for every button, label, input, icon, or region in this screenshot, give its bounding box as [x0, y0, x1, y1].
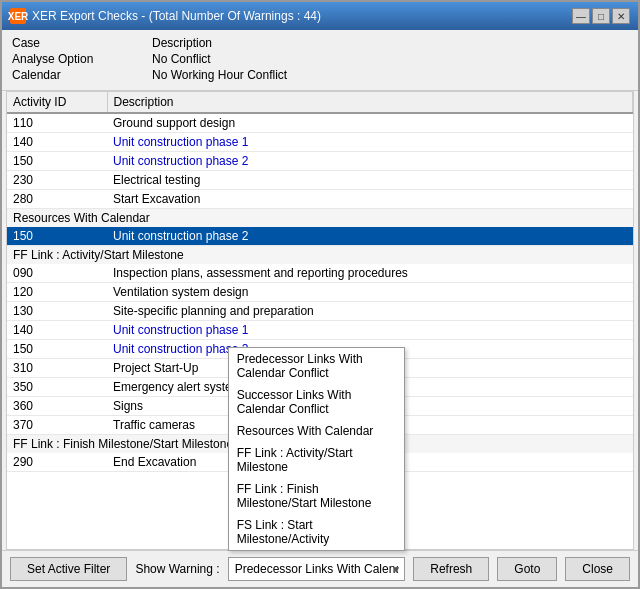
col-activity-id: Activity ID — [7, 92, 107, 113]
dropdown-option[interactable]: FF Link : Finish Milestone/Start Milesto… — [229, 478, 405, 514]
table-row[interactable]: 110Ground support design — [7, 113, 633, 133]
activity-id-cell: 230 — [7, 171, 107, 190]
activity-id-cell: 110 — [7, 113, 107, 133]
dropdown-option[interactable]: FF Link : Activity/Start Milestone — [229, 442, 405, 478]
activity-id-cell: 150 — [7, 340, 107, 359]
activity-id-cell: 290 — [7, 453, 107, 472]
table-row[interactable]: 140Unit construction phase 1 — [7, 321, 633, 340]
table-row[interactable]: FF Link : Activity/Start Milestone — [7, 246, 633, 265]
analyse-option-value: No Conflict — [152, 52, 211, 66]
activity-id-cell: 280 — [7, 190, 107, 209]
ff-link-header-cell: FF Link : Activity/Start Milestone — [7, 246, 633, 265]
table-row[interactable]: 090Inspection plans, assessment and repo… — [7, 264, 633, 283]
description-cell: Electrical testing — [107, 171, 633, 190]
table-row[interactable]: 120Ventilation system design — [7, 283, 633, 302]
activity-id-cell: 140 — [7, 321, 107, 340]
show-warning-label: Show Warning : — [135, 562, 219, 576]
description-cell: Unit construction phase 1 — [107, 133, 633, 152]
activity-id-cell: 130 — [7, 302, 107, 321]
activity-id-cell: 150 — [7, 152, 107, 171]
window-title: XER Export Checks - (Total Number Of War… — [32, 9, 321, 23]
meta-row-analyse: Analyse Option No Conflict — [12, 52, 628, 66]
meta-row-case: Case Description — [12, 36, 628, 50]
table-header-row: Activity ID Description — [7, 92, 633, 113]
case-label: Case — [12, 36, 132, 50]
table-row[interactable]: 140Unit construction phase 1 — [7, 133, 633, 152]
col-description: Description — [107, 92, 633, 113]
calendar-value: No Working Hour Conflict — [152, 68, 287, 82]
meta-row-calendar: Calendar No Working Hour Conflict — [12, 68, 628, 82]
table-row[interactable]: 280Start Excavation — [7, 190, 633, 209]
description-cell: Ventilation system design — [107, 283, 633, 302]
description-cell: Unit construction phase 2 — [107, 152, 633, 171]
activity-id-cell: 150 — [7, 227, 107, 246]
description-cell: Ground support design — [107, 113, 633, 133]
goto-button[interactable]: Goto — [497, 557, 557, 581]
main-window: XER XER Export Checks - (Total Number Of… — [0, 0, 640, 589]
table-row[interactable]: 150Unit construction phase 2 — [7, 152, 633, 171]
activity-id-cell: 360 — [7, 397, 107, 416]
dropdown-option[interactable]: Successor Links With Calendar Conflict — [229, 384, 405, 420]
window-close-button[interactable]: ✕ — [612, 8, 630, 24]
meta-section: Case Description Analyse Option No Confl… — [2, 30, 638, 91]
dropdown-option[interactable]: FS Link : Start Milestone/Activity — [229, 514, 405, 550]
activity-id-cell: 310 — [7, 359, 107, 378]
activity-id-cell: 120 — [7, 283, 107, 302]
dropdown-option[interactable]: Predecessor Links With Calendar Conflict — [229, 348, 405, 384]
analyse-option-label: Analyse Option — [12, 52, 132, 66]
description-cell: Site-specific planning and preparation — [107, 302, 633, 321]
table-row[interactable]: 130Site-specific planning and preparatio… — [7, 302, 633, 321]
description-cell: Inspection plans, assessment and reporti… — [107, 264, 633, 283]
table-row[interactable]: 230Electrical testing — [7, 171, 633, 190]
set-active-filter-button[interactable]: Set Active Filter — [10, 557, 127, 581]
title-bar: XER XER Export Checks - (Total Number Of… — [2, 2, 638, 30]
title-bar-left: XER XER Export Checks - (Total Number Of… — [10, 8, 321, 24]
activity-id-cell: 370 — [7, 416, 107, 435]
description-cell: Unit construction phase 2 — [107, 227, 633, 246]
close-button[interactable]: Close — [565, 557, 630, 581]
minimize-button[interactable]: — — [572, 8, 590, 24]
description-label: Description — [152, 36, 212, 50]
content-area: Case Description Analyse Option No Confl… — [2, 30, 638, 587]
activity-id-cell: 140 — [7, 133, 107, 152]
activity-id-cell: 090 — [7, 264, 107, 283]
table-row[interactable]: Resources With Calendar — [7, 209, 633, 228]
description-cell: Unit construction phase 1 — [107, 321, 633, 340]
maximize-button[interactable]: □ — [592, 8, 610, 24]
table-row[interactable]: 150Unit construction phase 2 — [7, 227, 633, 246]
refresh-button[interactable]: Refresh — [413, 557, 489, 581]
description-cell: Start Excavation — [107, 190, 633, 209]
app-icon: XER — [10, 8, 26, 24]
section-header-cell: Resources With Calendar — [7, 209, 633, 228]
dropdown-popup: Predecessor Links With Calendar Conflict… — [228, 347, 406, 551]
warning-dropdown-container: Predecessor Links With Calendar Conflict… — [228, 557, 406, 581]
dropdown-option[interactable]: Resources With Calendar — [229, 420, 405, 442]
bottom-bar: Set Active Filter Show Warning : Predece… — [2, 550, 638, 587]
calendar-label: Calendar — [12, 68, 132, 82]
warning-type-dropdown[interactable]: Predecessor Links With Calendar Conflict… — [228, 557, 406, 581]
title-buttons: — □ ✕ — [572, 8, 630, 24]
activity-id-cell: 350 — [7, 378, 107, 397]
